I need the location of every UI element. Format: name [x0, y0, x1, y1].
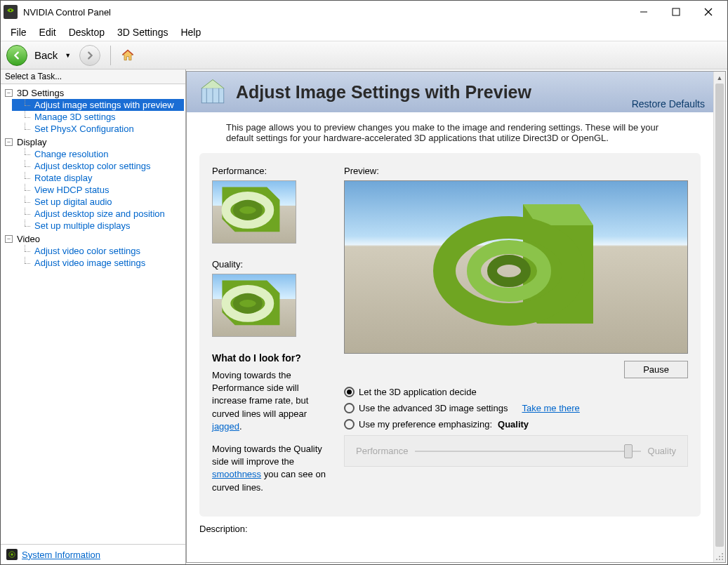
- resize-grip-icon[interactable]: [714, 550, 725, 562]
- smoothness-link[interactable]: smoothness: [212, 469, 261, 479]
- svg-point-17: [492, 260, 526, 282]
- collapse-icon[interactable]: −: [5, 235, 13, 243]
- quality-label: Quality:: [212, 259, 331, 270]
- svg-point-18: [722, 553, 723, 554]
- radio-let-app-decide[interactable]: Let the 3D application decide: [344, 387, 688, 397]
- svg-point-20: [722, 556, 723, 557]
- titlebar: NVIDIA Control Panel: [1, 1, 727, 23]
- menu-file[interactable]: File: [5, 25, 32, 39]
- tree-item-rotate-display[interactable]: Rotate display: [12, 172, 184, 184]
- svg-point-6: [11, 553, 13, 555]
- home-button[interactable]: [121, 48, 135, 62]
- page-description: This page allows you to preview changes …: [187, 112, 713, 153]
- radio-my-preference[interactable]: Use my preference emphasizing:Quality: [344, 419, 688, 430]
- svg-rect-2: [673, 8, 680, 15]
- radio-icon: [344, 419, 355, 430]
- help-text-quality: Moving towards the Quality side will imp…: [212, 443, 331, 494]
- preview-label: Preview:: [344, 166, 688, 176]
- pause-button[interactable]: Pause: [624, 361, 688, 378]
- scroll-up-icon[interactable]: ▲: [714, 72, 725, 84]
- collapse-icon[interactable]: −: [5, 89, 13, 97]
- svg-point-22: [719, 559, 720, 560]
- svg-point-0: [10, 10, 11, 11]
- tree-item-adjust-desktop-size[interactable]: Adjust desktop size and position: [12, 208, 184, 220]
- menubar: File Edit Desktop 3D Settings Help: [1, 23, 727, 41]
- back-button[interactable]: [6, 45, 27, 66]
- tree-item-adjust-desktop-color[interactable]: Adjust desktop color settings: [12, 160, 184, 172]
- what-look-for-heading: What do I look for?: [212, 352, 331, 364]
- tree-item-digital-audio[interactable]: Set up digital audio: [12, 196, 184, 208]
- task-tree: −3D Settings Adjust image settings with …: [1, 84, 185, 544]
- slider-left-label: Performance: [356, 446, 408, 456]
- close-button[interactable]: [692, 1, 724, 22]
- main-panel: Adjust Image Settings with Preview Resto…: [186, 71, 726, 563]
- system-info-icon: [6, 549, 18, 560]
- menu-desktop[interactable]: Desktop: [63, 25, 110, 39]
- radio-icon: [344, 403, 355, 413]
- scroll-track[interactable]: [714, 84, 725, 538]
- sidebar: Select a Task... −3D Settings Adjust ima…: [1, 69, 186, 564]
- system-information-link[interactable]: System Information: [22, 550, 100, 560]
- back-dropdown-icon[interactable]: ▼: [65, 52, 71, 59]
- menu-help[interactable]: Help: [175, 25, 206, 39]
- sidebar-footer: System Information: [1, 544, 185, 564]
- forward-button[interactable]: [79, 45, 100, 66]
- toolbar-separator: [110, 46, 111, 65]
- tree-item-video-color[interactable]: Adjust video color settings: [12, 245, 184, 257]
- tree-item-video-image[interactable]: Adjust video image settings: [12, 257, 184, 269]
- menu-edit[interactable]: Edit: [34, 25, 62, 39]
- tree-group-3d-settings[interactable]: −3D Settings: [2, 87, 184, 99]
- preview-viewport: [344, 180, 688, 354]
- radio-use-advanced[interactable]: Use the advanced 3D image settingsTake m…: [344, 403, 688, 413]
- minimize-button[interactable]: [628, 1, 660, 22]
- svg-point-19: [719, 556, 720, 557]
- jagged-link[interactable]: jagged: [212, 421, 239, 432]
- scrollbar[interactable]: ▲ ▼: [713, 72, 725, 562]
- quality-thumbnail: [212, 274, 296, 337]
- collapse-icon[interactable]: −: [5, 138, 13, 146]
- svg-point-23: [722, 559, 723, 560]
- restore-defaults-link[interactable]: Restore Defaults: [632, 98, 705, 109]
- settings-panel: Performance: Quality: What do I look for…: [199, 153, 701, 517]
- back-label[interactable]: Back: [34, 49, 58, 61]
- preference-slider: Performance Quality: [344, 435, 688, 467]
- slider-right-label: Quality: [648, 446, 676, 456]
- page-header-icon: [198, 77, 227, 107]
- radio-icon: [344, 387, 355, 397]
- slider-track[interactable]: [415, 451, 640, 452]
- description-label: Description:: [187, 517, 713, 541]
- svg-point-21: [716, 559, 717, 560]
- window-title: NVIDIA Control Panel: [23, 7, 628, 18]
- help-text-performance: Moving towards the Performance side will…: [212, 369, 331, 433]
- performance-label: Performance:: [212, 166, 331, 176]
- tree-group-video[interactable]: −Video: [2, 233, 184, 245]
- maximize-button[interactable]: [660, 1, 692, 22]
- tree-item-multiple-displays[interactable]: Set up multiple displays: [12, 220, 184, 232]
- toolbar: Back ▼: [1, 41, 727, 69]
- tree-item-change-resolution[interactable]: Change resolution: [12, 148, 184, 160]
- tree-item-set-physx[interactable]: Set PhysX Configuration: [12, 123, 184, 135]
- sidebar-header: Select a Task...: [1, 69, 185, 84]
- tree-item-adjust-image-settings[interactable]: Adjust image settings with preview: [12, 99, 184, 111]
- slider-thumb[interactable]: [624, 444, 633, 458]
- menu-3d-settings[interactable]: 3D Settings: [112, 25, 173, 39]
- scroll-thumb[interactable]: [715, 84, 724, 547]
- performance-thumbnail: [212, 180, 296, 244]
- page-header: Adjust Image Settings with Preview Resto…: [187, 72, 713, 112]
- tree-item-manage-3d-settings[interactable]: Manage 3D settings: [12, 111, 184, 123]
- tree-group-display[interactable]: −Display: [2, 136, 184, 148]
- app-icon: [4, 5, 18, 19]
- tree-item-view-hdcp[interactable]: View HDCP status: [12, 184, 184, 196]
- take-me-there-link[interactable]: Take me there: [522, 403, 579, 413]
